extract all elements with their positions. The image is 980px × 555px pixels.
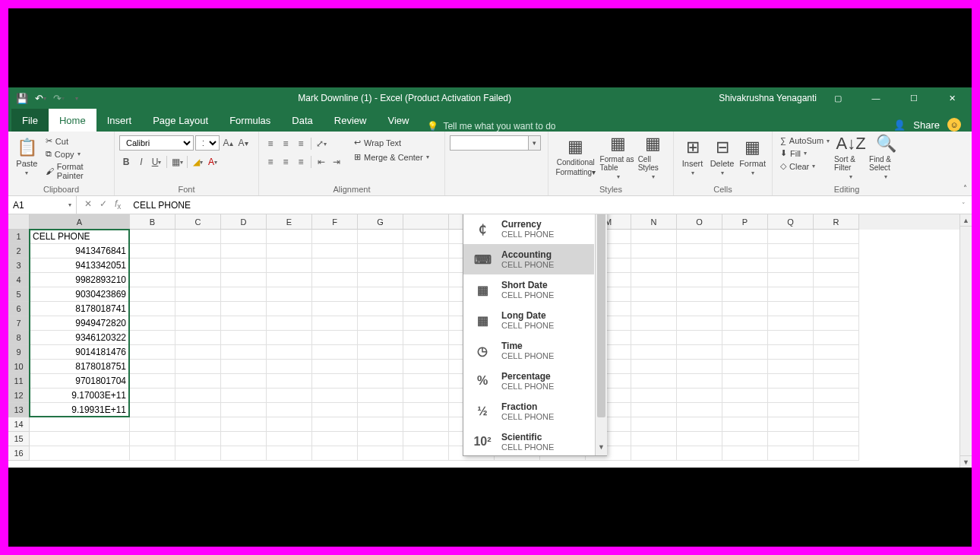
cell[interactable] (677, 316, 722, 331)
cell[interactable] (358, 316, 403, 331)
cell[interactable] (175, 417, 221, 432)
cell[interactable]: 9014181476 (30, 345, 130, 360)
cell[interactable] (814, 273, 859, 287)
fill-button[interactable]: ⬇Fill▾ (777, 147, 833, 159)
cell[interactable] (677, 360, 722, 374)
bold-button[interactable]: B (119, 155, 133, 169)
cell[interactable] (267, 360, 312, 374)
cell[interactable] (312, 230, 358, 244)
save-icon[interactable]: 💾 (14, 90, 30, 106)
format-option-short-date[interactable]: ▦Short DateCELL PHONE (463, 274, 594, 305)
cell[interactable] (631, 230, 677, 244)
name-box[interactable]: A1▾ (8, 196, 77, 214)
cell[interactable] (267, 403, 312, 417)
cell[interactable] (312, 446, 358, 461)
cell[interactable] (814, 244, 859, 258)
cell[interactable] (677, 287, 722, 302)
cell[interactable] (358, 403, 403, 417)
row-header[interactable]: 1 (8, 230, 30, 244)
cell[interactable] (677, 374, 722, 388)
format-painter-button[interactable]: 🖌Format Painter (43, 161, 109, 181)
cut-button[interactable]: ✂Cut (43, 135, 109, 147)
cell[interactable] (221, 244, 267, 258)
format-option-time[interactable]: ◷TimeCELL PHONE (463, 335, 594, 366)
cell[interactable] (403, 432, 449, 446)
column-header[interactable] (403, 214, 449, 230)
cell[interactable]: 9413476841 (30, 244, 130, 258)
font-name-select[interactable]: Calibri (119, 135, 194, 151)
cell[interactable]: 9030423869 (30, 287, 130, 302)
cell[interactable] (130, 316, 175, 331)
cell[interactable] (814, 417, 859, 432)
cell[interactable] (814, 230, 859, 244)
cell[interactable] (175, 403, 221, 417)
cell[interactable] (722, 287, 768, 302)
decrease-indent-icon[interactable]: ⇤ (315, 155, 328, 169)
fill-color-button[interactable]: ◢▾ (191, 155, 204, 169)
cell[interactable] (130, 258, 175, 273)
vertical-scrollbar[interactable]: ▲ ▼ (959, 214, 972, 468)
cell[interactable]: 8178018741 (30, 302, 130, 316)
clear-button[interactable]: ◇Clear▾ (777, 160, 833, 172)
cell[interactable] (814, 302, 859, 316)
cell[interactable] (175, 345, 221, 360)
merge-center-button[interactable]: ⊞Merge & Center▾ (351, 151, 432, 163)
cell[interactable] (130, 417, 175, 432)
row-header[interactable]: 13 (8, 403, 30, 417)
format-option-accounting[interactable]: ⌨AccountingCELL PHONE (463, 244, 594, 274)
cell[interactable] (722, 273, 768, 287)
cell[interactable] (722, 345, 768, 360)
column-header[interactable]: F (312, 214, 358, 230)
tab-insert[interactable]: Insert (96, 109, 143, 132)
cell[interactable] (768, 360, 814, 374)
cell[interactable] (221, 258, 267, 273)
cell[interactable] (677, 331, 722, 345)
cell[interactable] (768, 345, 814, 360)
cell[interactable] (768, 388, 814, 403)
cell[interactable] (677, 432, 722, 446)
font-color-button[interactable]: A▾ (206, 155, 220, 169)
cell[interactable] (403, 417, 449, 432)
paste-button[interactable]: 📋 Paste ▾ (13, 134, 41, 179)
cell[interactable] (130, 403, 175, 417)
cell[interactable] (312, 273, 358, 287)
row-header[interactable]: 8 (8, 331, 30, 345)
align-center-icon[interactable]: ≡ (279, 155, 292, 169)
cell[interactable] (130, 360, 175, 374)
row-header[interactable]: 16 (8, 446, 30, 461)
cell[interactable]: 9982893210 (30, 273, 130, 287)
cell[interactable] (631, 417, 677, 432)
cell[interactable] (221, 432, 267, 446)
cell[interactable] (677, 388, 722, 403)
cell[interactable] (677, 417, 722, 432)
cell[interactable] (768, 417, 814, 432)
undo-icon[interactable]: ↶▾ (33, 90, 48, 106)
cell[interactable] (722, 331, 768, 345)
cell[interactable] (175, 331, 221, 345)
cell[interactable] (677, 446, 722, 461)
cell[interactable] (722, 230, 768, 244)
row-header[interactable]: 2 (8, 244, 30, 258)
cell[interactable] (267, 287, 312, 302)
cell[interactable] (175, 287, 221, 302)
cell[interactable] (130, 302, 175, 316)
cell[interactable] (403, 287, 449, 302)
autosum-button[interactable]: ∑AutoSum▾ (777, 135, 833, 146)
cell[interactable] (312, 374, 358, 388)
number-format-select[interactable]: ▾ (450, 135, 541, 151)
format-option-scientific[interactable]: 10²ScientificCELL PHONE (463, 427, 594, 457)
cell[interactable] (403, 446, 449, 461)
cell[interactable] (814, 316, 859, 331)
cell[interactable] (722, 258, 768, 273)
format-cells-button[interactable]: ▦Format▾ (738, 134, 767, 179)
column-header[interactable]: G (358, 214, 403, 230)
cell[interactable] (403, 374, 449, 388)
scroll-down-icon[interactable]: ▼ (960, 455, 972, 468)
formula-input[interactable]: CELL PHONE (128, 200, 956, 211)
cell[interactable] (768, 432, 814, 446)
column-header[interactable]: Q (768, 214, 814, 230)
cell[interactable] (403, 388, 449, 403)
cell[interactable] (221, 446, 267, 461)
cell[interactable] (768, 230, 814, 244)
cell[interactable] (221, 302, 267, 316)
